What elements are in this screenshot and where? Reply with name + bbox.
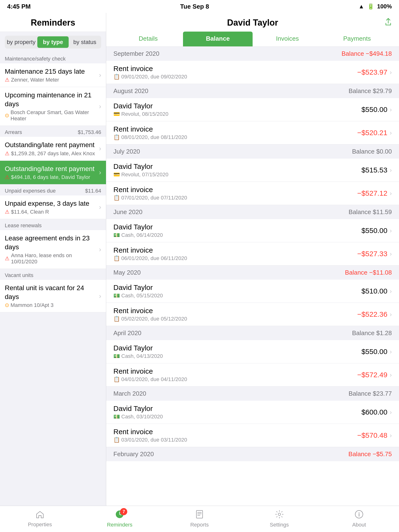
bottom-tab-about[interactable]: About bbox=[319, 510, 399, 528]
chevron-right-icon: › bbox=[99, 103, 101, 110]
balance-panel: David Taylor Details Balance Invoices Pa… bbox=[106, 13, 399, 506]
reminders-icon: 7 bbox=[115, 510, 124, 521]
list-item[interactable]: Rent invoice 📋 06/01/2020, due 06/11/202… bbox=[106, 242, 399, 266]
month-header-sep2020: September 2020 Balance −$494.18 bbox=[106, 47, 399, 61]
chevron-right-icon: › bbox=[390, 348, 392, 355]
payment-icon: 💳 bbox=[113, 171, 120, 178]
section-vacant: Vacant units bbox=[0, 269, 106, 280]
chevron-right-icon: › bbox=[99, 145, 101, 152]
warning-yellow-icon: ⊙ bbox=[5, 302, 9, 308]
month-balance-feb: Balance −$5.75 bbox=[348, 450, 392, 458]
settings-icon bbox=[275, 510, 284, 521]
bottom-tab-reminders[interactable]: 7 Reminders bbox=[80, 510, 160, 528]
chevron-right-icon: › bbox=[99, 292, 101, 300]
cash-icon: 💵 bbox=[113, 414, 120, 420]
svg-point-2 bbox=[278, 513, 281, 515]
segment-by-type[interactable]: by type bbox=[37, 36, 69, 48]
invoice-icon: 📋 bbox=[113, 316, 120, 322]
chevron-right-icon: › bbox=[390, 129, 392, 137]
invoice-icon: 📋 bbox=[113, 74, 120, 80]
cash-icon: 💵 bbox=[113, 353, 120, 359]
invoice-icon: 📋 bbox=[113, 437, 120, 443]
month-balance-may: Balance −$11.08 bbox=[345, 269, 392, 276]
share-button[interactable] bbox=[385, 18, 392, 28]
reminders-header: Reminders bbox=[0, 13, 106, 32]
cash-icon: 💵 bbox=[113, 232, 120, 238]
segment-control: by property by type by status bbox=[5, 36, 101, 49]
month-header-apr2020: April 2020 Balance $1.28 bbox=[106, 326, 399, 340]
list-item[interactable]: David Taylor 💳 Revolut, 07/15/2020 $515.… bbox=[106, 158, 399, 182]
month-header-mar2020: March 2020 Balance $23.77 bbox=[106, 386, 399, 401]
reminders-title: Reminders bbox=[0, 18, 106, 28]
warning-icon: ⚠ bbox=[5, 77, 10, 83]
section-maintenance: Maintenance/safety check bbox=[0, 52, 106, 63]
bottom-tab-settings[interactable]: Settings bbox=[240, 510, 319, 528]
chevron-right-icon: › bbox=[99, 246, 101, 253]
segment-by-status[interactable]: by status bbox=[69, 36, 101, 48]
chevron-right-icon: › bbox=[390, 190, 392, 197]
chevron-right-icon: › bbox=[390, 106, 392, 113]
list-item[interactable]: Outstanding/late rent payment ⚠ $1,259.2… bbox=[0, 137, 106, 160]
list-item[interactable]: David Taylor 💳 Revolut, 08/15/2020 $550.… bbox=[106, 98, 399, 121]
list-item[interactable]: Rent invoice 📋 07/01/2020, due 07/11/202… bbox=[106, 182, 399, 205]
month-header-jul2020: July 2020 Balance $0.00 bbox=[106, 145, 399, 158]
chevron-right-icon: › bbox=[390, 409, 392, 416]
month-header-feb2020: February 2020 Balance −$5.75 bbox=[106, 447, 399, 461]
chevron-right-icon: › bbox=[390, 69, 392, 76]
chevron-right-icon: › bbox=[390, 288, 392, 295]
about-icon bbox=[355, 510, 363, 521]
invoice-icon: 📋 bbox=[113, 134, 120, 140]
reports-icon bbox=[196, 510, 203, 521]
list-item[interactable]: Rental unit is vacant for 24 days ⊙ Mamm… bbox=[0, 280, 106, 312]
right-panel-header: David Taylor Details Balance Invoices Pa… bbox=[106, 13, 399, 47]
list-item[interactable]: Rent invoice 📋 04/01/2020, due 04/11/202… bbox=[106, 363, 399, 386]
detail-tabs: Details Balance Invoices Payments bbox=[113, 32, 392, 46]
warning-yellow-icon: ⊙ bbox=[5, 112, 9, 119]
chevron-right-icon: › bbox=[390, 432, 392, 439]
invoice-icon: 📋 bbox=[113, 376, 120, 382]
chevron-right-icon: › bbox=[99, 71, 101, 79]
list-item[interactable]: David Taylor 💵 Cash, 04/13/2020 $550.00 … bbox=[106, 340, 399, 363]
chevron-right-icon: › bbox=[390, 311, 392, 318]
tenant-name: David Taylor bbox=[227, 18, 278, 28]
section-arrears: Arrears $1,753.46 bbox=[0, 126, 106, 137]
segment-by-property[interactable]: by property bbox=[6, 36, 37, 48]
battery-icon: 🔋 bbox=[367, 3, 374, 10]
month-balance-mar: Balance $23.77 bbox=[348, 390, 392, 397]
list-item[interactable]: Rent invoice 📋 05/02/2020, due 05/12/202… bbox=[106, 303, 399, 326]
tab-details[interactable]: Details bbox=[113, 32, 183, 46]
chevron-right-icon: › bbox=[99, 169, 101, 176]
balance-list: September 2020 Balance −$494.18 Rent inv… bbox=[106, 47, 399, 506]
list-item[interactable]: David Taylor 💵 Cash, 06/14/2020 $550.00 … bbox=[106, 219, 399, 242]
invoice-icon: 📋 bbox=[113, 195, 120, 201]
bottom-tab-reports[interactable]: Reports bbox=[159, 510, 240, 528]
list-item[interactable]: Unpaid expense, 3 days late ⚠ $11.64, Cl… bbox=[0, 196, 106, 219]
section-lease: Lease renewals bbox=[0, 219, 106, 230]
svg-rect-1 bbox=[196, 510, 203, 518]
tab-invoices[interactable]: Invoices bbox=[253, 32, 322, 46]
month-balance-sep: Balance −$494.18 bbox=[342, 50, 392, 57]
month-balance-jul: Balance $0.00 bbox=[352, 148, 392, 155]
tab-payments[interactable]: Payments bbox=[322, 32, 392, 46]
chevron-right-icon: › bbox=[99, 203, 101, 211]
list-item[interactable]: Rent invoice 📋 09/01/2020, due 09/02/202… bbox=[106, 61, 399, 84]
bottom-tab-bar: Properties 7 Reminders Reports Sett bbox=[0, 506, 399, 532]
list-item[interactable]: Upcoming maintenance in 21 days ⊙ Bosch … bbox=[0, 87, 106, 126]
list-item[interactable]: Lease agreement ends in 23 days ⚠ Anna H… bbox=[0, 230, 106, 269]
reminders-panel: Reminders by property by type by status … bbox=[0, 13, 106, 506]
month-balance-apr: Balance $1.28 bbox=[352, 329, 392, 337]
warning-icon: ⚠ bbox=[5, 151, 10, 157]
list-item[interactable]: Rent invoice 📋 08/01/2020, due 08/11/202… bbox=[106, 121, 399, 145]
month-header-may2020: May 2020 Balance −$11.08 bbox=[106, 266, 399, 280]
month-balance-jun: Balance $11.59 bbox=[348, 208, 392, 216]
list-item[interactable]: David Taylor 💵 Cash, 03/10/2020 $600.00 … bbox=[106, 401, 399, 424]
status-time: 4:45 PM bbox=[7, 3, 31, 10]
list-item[interactable]: Rent invoice 📋 03/01/2020, due 03/11/202… bbox=[106, 424, 399, 447]
list-item[interactable]: David Taylor 💵 Cash, 05/15/2020 $510.00 … bbox=[106, 280, 399, 303]
tab-balance[interactable]: Balance bbox=[183, 32, 253, 46]
status-bar: 4:45 PM Tue Sep 8 ▲ 🔋 100% bbox=[0, 0, 399, 13]
payment-icon: 💳 bbox=[113, 111, 120, 117]
list-item[interactable]: Maintenance 215 days late ⚠ Zenner, Wate… bbox=[0, 63, 106, 87]
list-item-highlighted[interactable]: Outstanding/late rent payment ⚠ $494.18,… bbox=[0, 161, 106, 184]
bottom-tab-properties[interactable]: Properties bbox=[0, 510, 80, 528]
